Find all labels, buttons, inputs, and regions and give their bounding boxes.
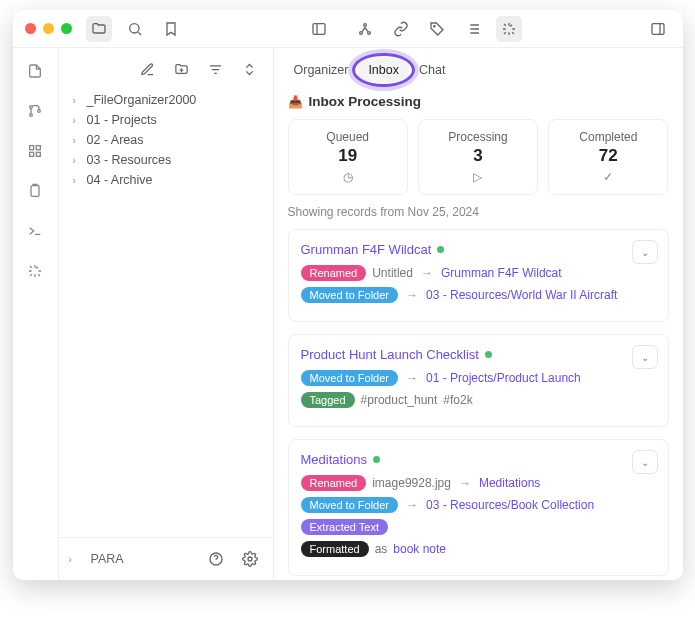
- svg-rect-13: [36, 152, 40, 156]
- record-card: ⌄ Product Hunt Launch Checklist Moved to…: [288, 334, 669, 427]
- to-link[interactable]: 03 - Resources/World War II Aircraft: [426, 288, 617, 302]
- collapse-icon[interactable]: [237, 56, 263, 82]
- svg-rect-12: [30, 152, 34, 156]
- file-tree: ›_FileOrganizer2000 ›01 - Projects ›02 -…: [59, 86, 273, 537]
- left-panel-toggle-icon[interactable]: [306, 16, 332, 42]
- svg-point-9: [38, 110, 41, 113]
- arrow-icon: →: [404, 498, 420, 512]
- tree-item[interactable]: ›03 - Resources: [59, 150, 273, 170]
- status-dot-icon: [485, 351, 492, 358]
- stat-label: Processing: [448, 130, 507, 144]
- expand-button[interactable]: ⌄: [632, 240, 658, 264]
- stat-queued: Queued 19 ◷: [288, 119, 408, 195]
- sparkle-icon-sidebar[interactable]: [22, 258, 48, 284]
- expand-button[interactable]: ⌄: [632, 345, 658, 369]
- date-filter-note: Showing records from Nov 25, 2024: [288, 205, 669, 219]
- badge-tagged: Tagged: [301, 392, 355, 408]
- maximize-window-button[interactable]: [61, 23, 72, 34]
- new-note-icon[interactable]: [135, 56, 161, 82]
- svg-point-0: [129, 23, 138, 32]
- stat-value: 72: [599, 146, 618, 166]
- tab-chat[interactable]: Chat: [409, 58, 455, 82]
- card-title[interactable]: Grumman F4F Wildcat: [301, 242, 656, 257]
- list-icon[interactable]: [460, 16, 486, 42]
- expand-button[interactable]: ⌄: [632, 450, 658, 474]
- stat-label: Queued: [326, 130, 369, 144]
- traffic-lights: [25, 23, 72, 34]
- svg-point-2: [360, 31, 363, 34]
- stat-label: Completed: [579, 130, 637, 144]
- to-link[interactable]: 03 - Resources/Book Collection: [426, 498, 594, 512]
- tree-item-label: 03 - Resources: [87, 153, 172, 167]
- new-folder-icon[interactable]: [169, 56, 195, 82]
- tag-text: #product_hunt: [361, 393, 438, 407]
- chevron-right-icon: ›: [73, 95, 83, 106]
- badge-renamed: Renamed: [301, 475, 367, 491]
- tab-inbox[interactable]: Inbox: [358, 58, 409, 82]
- gear-icon[interactable]: [237, 546, 263, 572]
- tab-label: Chat: [419, 63, 445, 77]
- svg-point-16: [248, 557, 252, 561]
- check-icon: ✓: [603, 170, 613, 184]
- tab-organizer[interactable]: Organizer: [284, 58, 359, 82]
- right-panel-toggle-icon[interactable]: [645, 16, 671, 42]
- file-sidebar: ›_FileOrganizer2000 ›01 - Projects ›02 -…: [59, 48, 274, 580]
- badge-moved: Moved to Folder: [301, 497, 398, 513]
- svg-point-4: [364, 23, 367, 26]
- clock-icon: ◷: [343, 170, 353, 184]
- status-dot-icon: [373, 456, 380, 463]
- main-panel: Organizer Inbox Chat 📥 Inbox Processing …: [274, 48, 683, 580]
- minimize-window-button[interactable]: [43, 23, 54, 34]
- terminal-icon[interactable]: [22, 218, 48, 244]
- chevron-right-icon: ›: [69, 554, 79, 565]
- tree-item[interactable]: ›04 - Archive: [59, 170, 273, 190]
- status-dot-icon: [437, 246, 444, 253]
- app-iconbar: [13, 48, 59, 580]
- play-icon: ▷: [473, 170, 482, 184]
- svg-rect-10: [30, 146, 34, 150]
- stat-value: 3: [473, 146, 482, 166]
- badge-extracted: Extracted Text: [301, 519, 389, 535]
- search-icon[interactable]: [122, 16, 148, 42]
- chevron-right-icon: ›: [73, 155, 83, 166]
- section-title: 📥 Inbox Processing: [288, 94, 669, 109]
- card-title[interactable]: Product Hunt Launch Checklist: [301, 347, 656, 362]
- as-text: as: [375, 542, 388, 556]
- graph-icon[interactable]: [352, 16, 378, 42]
- sidebar-footer: › PARA: [59, 537, 273, 580]
- clipboard-icon[interactable]: [22, 178, 48, 204]
- tree-item-label: 04 - Archive: [87, 173, 153, 187]
- grid-icon[interactable]: [22, 138, 48, 164]
- close-window-button[interactable]: [25, 23, 36, 34]
- tag-icon[interactable]: [424, 16, 450, 42]
- folder-icon[interactable]: [86, 16, 112, 42]
- from-text: Untitled: [372, 266, 413, 280]
- card-title[interactable]: Meditations: [301, 452, 656, 467]
- to-link[interactable]: book note: [393, 542, 446, 556]
- help-icon[interactable]: [203, 546, 229, 572]
- link-icon[interactable]: [388, 16, 414, 42]
- vault-name[interactable]: PARA: [91, 552, 124, 566]
- tree-item[interactable]: ›01 - Projects: [59, 110, 273, 130]
- to-link[interactable]: Meditations: [479, 476, 540, 490]
- tree-item[interactable]: ›_FileOrganizer2000: [59, 90, 273, 110]
- bookmark-icon[interactable]: [158, 16, 184, 42]
- sort-icon[interactable]: [203, 56, 229, 82]
- record-card: ⌄ Meditations Renamed image9928.jpg → Me…: [288, 439, 669, 576]
- badge-moved: Moved to Folder: [301, 287, 398, 303]
- to-link[interactable]: Grumman F4F Wildcat: [441, 266, 562, 280]
- sparkle-icon[interactable]: [496, 16, 522, 42]
- svg-point-7: [30, 106, 33, 109]
- git-icon[interactable]: [22, 98, 48, 124]
- badge-moved: Moved to Folder: [301, 370, 398, 386]
- arrow-icon: →: [419, 266, 435, 280]
- tab-label: Organizer: [294, 63, 349, 77]
- chevron-right-icon: ›: [73, 135, 83, 146]
- chevron-right-icon: ›: [73, 115, 83, 126]
- svg-rect-14: [31, 186, 39, 197]
- stat-processing: Processing 3 ▷: [418, 119, 538, 195]
- tree-item[interactable]: ›02 - Areas: [59, 130, 273, 150]
- to-link[interactable]: 01 - Projects/Product Launch: [426, 371, 581, 385]
- file-icon[interactable]: [22, 58, 48, 84]
- stat-value: 19: [338, 146, 357, 166]
